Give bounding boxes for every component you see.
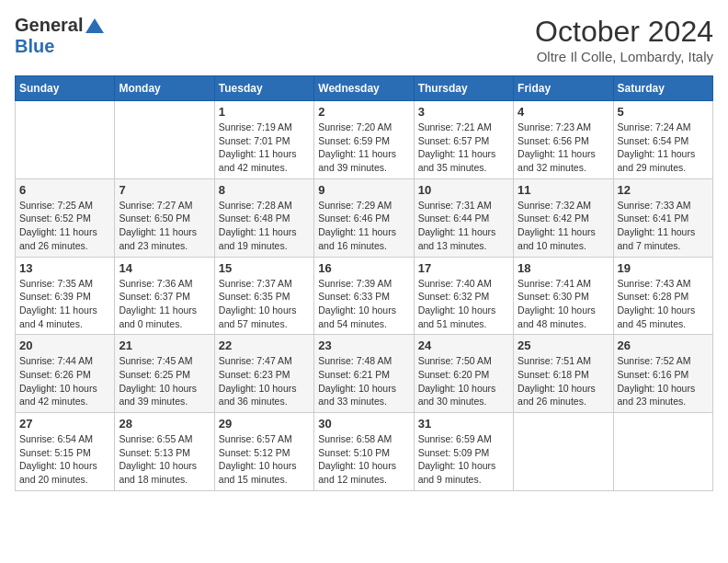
logo-blue-text: Blue — [15, 36, 54, 56]
day-number: 18 — [518, 261, 609, 275]
day-info: Sunrise: 7:47 AM Sunset: 6:23 PM Dayligh… — [219, 354, 310, 408]
calendar-day-header: Saturday — [613, 76, 712, 101]
calendar-cell: 8Sunrise: 7:28 AM Sunset: 6:48 PM Daylig… — [214, 178, 313, 257]
calendar-day-header: Thursday — [414, 76, 513, 101]
day-info: Sunrise: 7:41 AM Sunset: 6:30 PM Dayligh… — [518, 277, 609, 331]
calendar-cell: 27Sunrise: 6:54 AM Sunset: 5:15 PM Dayli… — [16, 413, 115, 491]
day-info: Sunrise: 6:59 AM Sunset: 5:09 PM Dayligh… — [418, 432, 509, 487]
day-info: Sunrise: 7:33 AM Sunset: 6:41 PM Dayligh… — [618, 199, 709, 253]
calendar-cell: 2Sunrise: 7:20 AM Sunset: 6:59 PM Daylig… — [314, 101, 414, 179]
day-number: 26 — [618, 339, 709, 352]
calendar-cell: 14Sunrise: 7:36 AM Sunset: 6:37 PM Dayli… — [115, 257, 214, 335]
calendar-cell: 12Sunrise: 7:33 AM Sunset: 6:41 PM Dayli… — [613, 178, 712, 257]
title-block: October 2024 Oltre Il Colle, Lombardy, I… — [535, 15, 713, 64]
calendar-week-row: 1Sunrise: 7:19 AM Sunset: 7:01 PM Daylig… — [16, 101, 713, 179]
calendar-table: SundayMondayTuesdayWednesdayThursdayFrid… — [15, 75, 713, 491]
location-title: Oltre Il Colle, Lombardy, Italy — [535, 49, 713, 64]
day-number: 4 — [518, 105, 609, 119]
calendar-cell: 21Sunrise: 7:45 AM Sunset: 6:25 PM Dayli… — [115, 335, 214, 413]
day-number: 3 — [418, 105, 509, 119]
day-info: Sunrise: 7:36 AM Sunset: 6:37 PM Dayligh… — [119, 277, 210, 331]
calendar-cell: 18Sunrise: 7:41 AM Sunset: 6:30 PM Dayli… — [514, 257, 613, 335]
day-number: 10 — [418, 183, 509, 197]
calendar-cell — [514, 413, 613, 491]
calendar-cell: 24Sunrise: 7:50 AM Sunset: 6:20 PM Dayli… — [414, 335, 513, 413]
calendar-cell: 9Sunrise: 7:29 AM Sunset: 6:46 PM Daylig… — [314, 178, 414, 257]
day-info: Sunrise: 7:35 AM Sunset: 6:39 PM Dayligh… — [19, 277, 110, 331]
page-header: General Blue October 2024 Oltre Il Colle… — [15, 15, 713, 64]
calendar-cell — [115, 101, 214, 179]
calendar-cell: 4Sunrise: 7:23 AM Sunset: 6:56 PM Daylig… — [514, 101, 613, 179]
calendar-cell: 23Sunrise: 7:48 AM Sunset: 6:21 PM Dayli… — [314, 335, 414, 413]
calendar-day-header: Wednesday — [314, 76, 414, 101]
calendar-cell: 22Sunrise: 7:47 AM Sunset: 6:23 PM Dayli… — [214, 335, 313, 413]
day-info: Sunrise: 7:19 AM Sunset: 7:01 PM Dayligh… — [219, 121, 310, 175]
day-info: Sunrise: 7:21 AM Sunset: 6:57 PM Dayligh… — [418, 121, 509, 175]
day-info: Sunrise: 7:25 AM Sunset: 6:52 PM Dayligh… — [19, 199, 110, 253]
calendar-cell: 6Sunrise: 7:25 AM Sunset: 6:52 PM Daylig… — [16, 178, 115, 257]
day-info: Sunrise: 7:23 AM Sunset: 6:56 PM Dayligh… — [518, 121, 609, 175]
day-number: 2 — [318, 105, 409, 119]
day-number: 12 — [618, 183, 709, 197]
calendar-cell: 10Sunrise: 7:31 AM Sunset: 6:44 PM Dayli… — [414, 178, 513, 257]
calendar-cell: 25Sunrise: 7:51 AM Sunset: 6:18 PM Dayli… — [514, 335, 613, 413]
calendar-cell: 7Sunrise: 7:27 AM Sunset: 6:50 PM Daylig… — [115, 178, 214, 257]
calendar-cell: 30Sunrise: 6:58 AM Sunset: 5:10 PM Dayli… — [314, 413, 414, 491]
day-info: Sunrise: 7:43 AM Sunset: 6:28 PM Dayligh… — [618, 277, 709, 331]
calendar-cell: 17Sunrise: 7:40 AM Sunset: 6:32 PM Dayli… — [414, 257, 513, 335]
day-number: 24 — [418, 339, 509, 352]
calendar-cell: 28Sunrise: 6:55 AM Sunset: 5:13 PM Dayli… — [115, 413, 214, 491]
day-info: Sunrise: 7:48 AM Sunset: 6:21 PM Dayligh… — [318, 354, 409, 408]
calendar-cell: 1Sunrise: 7:19 AM Sunset: 7:01 PM Daylig… — [214, 101, 313, 179]
calendar-week-row: 6Sunrise: 7:25 AM Sunset: 6:52 PM Daylig… — [16, 178, 713, 257]
day-info: Sunrise: 7:40 AM Sunset: 6:32 PM Dayligh… — [418, 277, 509, 331]
day-info: Sunrise: 7:32 AM Sunset: 6:42 PM Dayligh… — [518, 199, 609, 253]
day-number: 29 — [219, 417, 310, 431]
calendar-day-header: Tuesday — [214, 76, 313, 101]
calendar-cell — [16, 101, 115, 179]
day-number: 27 — [19, 417, 110, 431]
day-number: 22 — [219, 339, 310, 352]
calendar-cell: 16Sunrise: 7:39 AM Sunset: 6:33 PM Dayli… — [314, 257, 414, 335]
day-info: Sunrise: 7:31 AM Sunset: 6:44 PM Dayligh… — [418, 199, 509, 253]
day-number: 13 — [19, 261, 110, 275]
calendar-cell: 31Sunrise: 6:59 AM Sunset: 5:09 PM Dayli… — [414, 413, 513, 491]
day-number: 7 — [119, 183, 210, 197]
day-number: 30 — [318, 417, 409, 431]
calendar-cell: 19Sunrise: 7:43 AM Sunset: 6:28 PM Dayli… — [613, 257, 712, 335]
day-number: 5 — [618, 105, 709, 119]
day-info: Sunrise: 6:54 AM Sunset: 5:15 PM Dayligh… — [19, 432, 110, 487]
day-number: 8 — [219, 183, 310, 197]
day-number: 15 — [219, 261, 310, 275]
calendar-week-row: 20Sunrise: 7:44 AM Sunset: 6:26 PM Dayli… — [16, 335, 713, 413]
day-info: Sunrise: 6:55 AM Sunset: 5:13 PM Dayligh… — [119, 432, 210, 487]
day-info: Sunrise: 7:20 AM Sunset: 6:59 PM Dayligh… — [318, 121, 409, 175]
svg-marker-0 — [85, 18, 104, 33]
day-number: 21 — [119, 339, 210, 352]
logo: General Blue — [15, 15, 105, 57]
calendar-cell: 11Sunrise: 7:32 AM Sunset: 6:42 PM Dayli… — [514, 178, 613, 257]
calendar-cell: 20Sunrise: 7:44 AM Sunset: 6:26 PM Dayli… — [16, 335, 115, 413]
day-info: Sunrise: 6:58 AM Sunset: 5:10 PM Dayligh… — [318, 432, 409, 487]
day-number: 31 — [418, 417, 509, 431]
day-info: Sunrise: 7:28 AM Sunset: 6:48 PM Dayligh… — [219, 199, 310, 253]
day-info: Sunrise: 7:51 AM Sunset: 6:18 PM Dayligh… — [518, 354, 609, 408]
month-title: October 2024 — [535, 15, 713, 49]
calendar-cell: 13Sunrise: 7:35 AM Sunset: 6:39 PM Dayli… — [16, 257, 115, 335]
calendar-cell — [613, 413, 712, 491]
calendar-week-row: 13Sunrise: 7:35 AM Sunset: 6:39 PM Dayli… — [16, 257, 713, 335]
calendar-cell: 26Sunrise: 7:52 AM Sunset: 6:16 PM Dayli… — [613, 335, 712, 413]
day-info: Sunrise: 7:44 AM Sunset: 6:26 PM Dayligh… — [19, 354, 110, 408]
calendar-cell: 29Sunrise: 6:57 AM Sunset: 5:12 PM Dayli… — [214, 413, 313, 491]
day-number: 9 — [318, 183, 409, 197]
calendar-header-row: SundayMondayTuesdayWednesdayThursdayFrid… — [16, 76, 713, 101]
logo-general-text: General — [15, 15, 83, 36]
day-info: Sunrise: 7:29 AM Sunset: 6:46 PM Dayligh… — [318, 199, 409, 253]
day-number: 19 — [618, 261, 709, 275]
day-info: Sunrise: 7:24 AM Sunset: 6:54 PM Dayligh… — [618, 121, 709, 175]
day-number: 1 — [219, 105, 310, 119]
day-number: 6 — [19, 183, 110, 197]
calendar-day-header: Monday — [115, 76, 214, 101]
calendar-day-header: Sunday — [16, 76, 115, 101]
calendar-week-row: 27Sunrise: 6:54 AM Sunset: 5:15 PM Dayli… — [16, 413, 713, 491]
